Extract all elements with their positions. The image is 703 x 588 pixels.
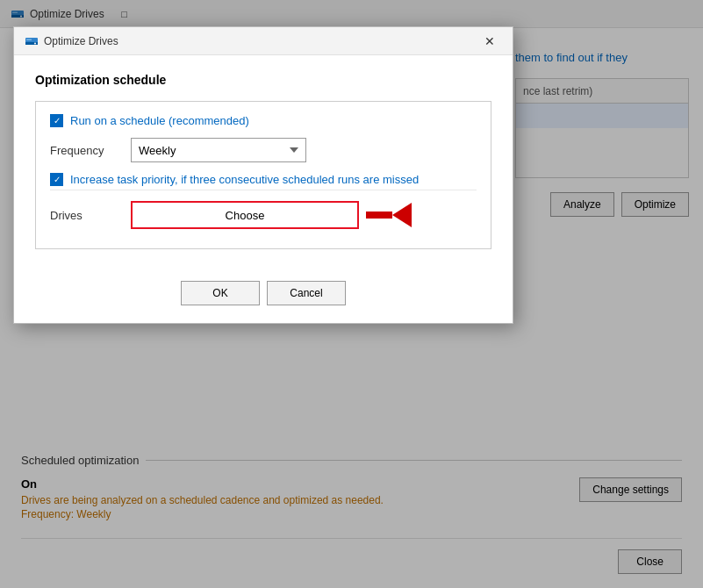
dialog-inner-box: ✓ Run on a schedule (recommended) Freque… [35,101,491,249]
dialog-title-text: Optimize Drives [44,35,118,47]
checkbox-check: ✓ [54,116,61,125]
frequency-row: Frequency Weekly Daily Monthly [50,138,477,162]
arrow-tail [366,212,392,219]
run-on-schedule-label: Run on a schedule (recommended) [70,114,249,127]
dialog-close-btn[interactable]: ✕ [477,29,502,54]
task-priority-row: ✓ Increase task priority, if three conse… [50,173,477,186]
drives-row: Drives Choose [50,190,477,236]
dialog-titlebar: Optimize Drives ✕ [14,27,513,55]
choose-btn[interactable]: Choose [131,201,359,229]
task-priority-checkbox[interactable]: ✓ [50,173,63,186]
choose-btn-wrapper: Choose [131,201,359,229]
optimize-drives-dialog: Optimize Drives ✕ Optimization schedule … [13,26,513,324]
frequency-select[interactable]: Weekly Daily Monthly [131,138,306,162]
svg-point-6 [34,42,36,44]
frequency-label: Frequency [50,144,120,157]
dialog-title-icon [25,34,39,48]
ok-btn[interactable]: OK [181,281,260,305]
arrow-shape [392,203,412,227]
arrow-indicator [366,203,412,227]
svg-rect-7 [26,39,32,40]
run-on-schedule-checkbox[interactable]: ✓ [50,114,63,127]
dialog-body: Optimization schedule ✓ Run on a schedul… [14,55,513,249]
dialog-footer: OK Cancel [14,267,513,323]
run-on-schedule-row: ✓ Run on a schedule (recommended) [50,114,477,127]
cancel-btn[interactable]: Cancel [267,281,346,305]
task-priority-check: ✓ [54,175,61,184]
drives-label: Drives [50,209,120,222]
task-priority-label: Increase task priority, if three consecu… [70,173,419,186]
dialog-section-title: Optimization schedule [35,73,491,87]
